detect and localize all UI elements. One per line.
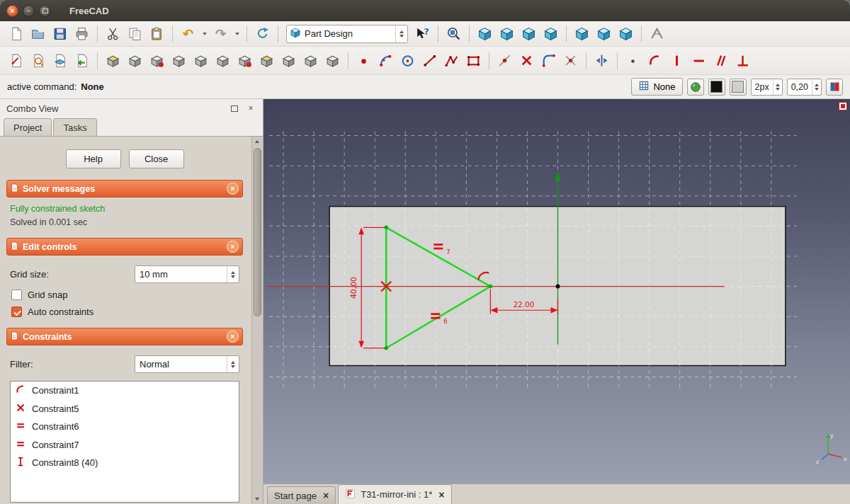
scrollbar-down-icon[interactable] xyxy=(255,498,259,500)
constraint-item[interactable]: Constraint8 (40) xyxy=(11,454,239,472)
collapse-icon[interactable]: × xyxy=(227,331,239,343)
sketch-canvas[interactable]: 40,00 7 6 xyxy=(264,99,850,483)
pocket-button[interactable] xyxy=(147,50,167,71)
help-button[interactable]: Help xyxy=(66,149,121,168)
mdi-tab-1[interactable]: T31-mirror-ini : 1*× xyxy=(338,484,451,504)
constraint-item[interactable]: Constraint6 xyxy=(11,418,239,436)
undo-button[interactable]: ↶ xyxy=(178,23,198,44)
workbench-spinner[interactable] xyxy=(395,25,407,42)
top-view-button[interactable] xyxy=(518,23,539,44)
copy-button[interactable] xyxy=(125,23,145,44)
fillet-button[interactable] xyxy=(256,50,277,71)
create-arc-button[interactable] xyxy=(375,50,396,71)
workbench-selector[interactable]: Part Design xyxy=(286,25,408,43)
titlebar[interactable]: × − FreeCAD xyxy=(0,0,850,21)
autogroup-button[interactable]: None xyxy=(631,78,682,96)
right-view-button[interactable] xyxy=(540,23,561,44)
combo-spinner[interactable] xyxy=(227,266,239,282)
front-view-button[interactable] xyxy=(497,23,517,44)
groove-button[interactable] xyxy=(169,50,189,71)
tab-close-icon[interactable]: × xyxy=(323,490,329,501)
create-point-button[interactable] xyxy=(353,50,374,71)
scrollbar-up-icon[interactable] xyxy=(255,140,259,143)
constrain-symmetric-x-button[interactable] xyxy=(516,50,537,71)
collapse-icon[interactable]: × xyxy=(227,183,239,195)
new-file-button[interactable] xyxy=(6,23,26,44)
constraint-item[interactable]: Constraint1 xyxy=(11,382,239,400)
constrain-perpendicular-button[interactable] xyxy=(732,50,753,71)
redo-button[interactable]: ↷ xyxy=(210,23,231,44)
create-circle-button[interactable] xyxy=(397,50,418,71)
tasks-panel-scrollbar[interactable] xyxy=(251,137,263,504)
origin-point[interactable] xyxy=(555,285,560,289)
measure-button[interactable] xyxy=(647,23,667,44)
close-button[interactable]: Close xyxy=(129,149,184,168)
toggle-construction-button[interactable] xyxy=(623,50,643,71)
constrain-parallel-button[interactable] xyxy=(710,50,731,71)
construction-mode-button[interactable] xyxy=(687,79,704,96)
collapse-icon[interactable]: × xyxy=(227,241,239,253)
dock-close-icon[interactable]: × xyxy=(245,103,256,114)
line-color-swatch[interactable] xyxy=(708,79,725,96)
line-width-spinbox[interactable]: 2px xyxy=(751,79,783,96)
cut-button[interactable] xyxy=(103,23,123,44)
filter-combo[interactable]: Normal xyxy=(135,355,239,373)
text-size-spinbox[interactable]: 0,20 xyxy=(787,79,822,96)
bottom-view-button[interactable] xyxy=(594,23,614,44)
constrain-coincident-button[interactable] xyxy=(494,50,515,71)
tab-project[interactable]: Project xyxy=(4,118,52,137)
revolution-button[interactable] xyxy=(125,50,145,71)
whats-this-button[interactable]: ? xyxy=(412,23,433,44)
tab-close-icon[interactable]: × xyxy=(438,489,444,500)
create-rectangle-button[interactable] xyxy=(463,50,484,71)
left-view-button[interactable] xyxy=(616,23,636,44)
constrain-vertical-button[interactable] xyxy=(667,50,687,71)
edit-sketch-button[interactable] xyxy=(28,50,48,71)
thickness-button[interactable] xyxy=(322,50,343,71)
spin-arrows[interactable] xyxy=(773,79,782,95)
additive-pipe-button[interactable] xyxy=(212,50,233,71)
constrain-tangent-button[interactable] xyxy=(645,50,665,71)
map-sketch-button[interactable] xyxy=(50,50,70,71)
mdi-tab-0[interactable]: Start page× xyxy=(267,486,336,504)
window-minimize-icon[interactable]: − xyxy=(23,5,35,17)
additive-loft-button[interactable] xyxy=(191,50,211,71)
solver-messages-header[interactable]: Solver messages × xyxy=(6,180,243,197)
axonometric-view-button[interactable] xyxy=(475,23,495,44)
window-maximize-icon[interactable] xyxy=(39,5,51,17)
apply-style-button[interactable] xyxy=(826,79,843,96)
dock-float-icon[interactable] xyxy=(229,103,240,114)
open-file-button[interactable] xyxy=(28,23,48,44)
horizontal-dimension-label[interactable]: 22.00 xyxy=(513,300,534,309)
draft-button[interactable] xyxy=(300,50,321,71)
viewport-3d[interactable]: 40,00 7 6 xyxy=(264,99,850,483)
save-button[interactable] xyxy=(50,23,70,44)
pad-button[interactable] xyxy=(103,50,123,71)
new-sketch-button[interactable] xyxy=(6,50,26,71)
auto-constraints-checkbox[interactable] xyxy=(11,307,22,317)
create-fillet-button[interactable] xyxy=(538,50,559,71)
grid-size-combo[interactable]: 10 mm xyxy=(135,265,239,283)
face-color-swatch[interactable] xyxy=(730,79,747,96)
vertical-dimension-label[interactable]: 40,00 xyxy=(349,277,358,299)
trim-edge-button[interactable] xyxy=(560,50,581,71)
constraint-item[interactable]: Constraint5 xyxy=(11,400,239,418)
constrain-horizontal-button[interactable] xyxy=(688,50,709,71)
grid-snap-checkbox[interactable] xyxy=(11,290,22,300)
window-close-icon[interactable]: × xyxy=(6,5,18,17)
edit-controls-header[interactable]: Edit controls × xyxy=(6,238,243,256)
rear-view-button[interactable] xyxy=(572,23,592,44)
create-polyline-button[interactable] xyxy=(441,50,462,71)
create-line-button[interactable] xyxy=(419,50,440,71)
tab-tasks[interactable]: Tasks xyxy=(53,118,96,137)
constraint-item[interactable]: Constraint7 xyxy=(11,436,239,454)
scrollbar-thumb[interactable] xyxy=(254,148,261,316)
combo-spinner[interactable] xyxy=(227,356,239,372)
fit-all-button[interactable] xyxy=(443,23,464,44)
refresh-button[interactable] xyxy=(252,23,273,44)
leave-sketch-button[interactable] xyxy=(72,50,92,71)
spin-arrows[interactable] xyxy=(812,79,821,95)
chamfer-button[interactable] xyxy=(278,50,299,71)
toolbar-overflow-icon[interactable] xyxy=(839,102,847,113)
paste-button[interactable] xyxy=(147,23,167,44)
